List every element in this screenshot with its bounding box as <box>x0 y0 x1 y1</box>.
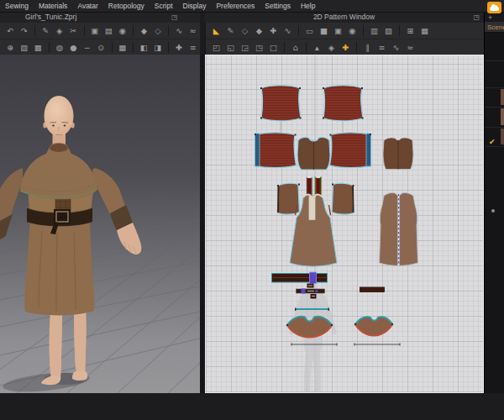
scene-object-list: ✔ <box>485 33 504 393</box>
fitting-suit-icon[interactable]: ◆ <box>138 24 150 37</box>
pattern-grid-icon[interactable]: ⊞ <box>404 24 417 37</box>
clone-pattern-icon[interactable]: ◳ <box>253 41 265 54</box>
grading-icon[interactable]: ▨ <box>382 24 395 37</box>
visibility-check-icon[interactable]: ✔ <box>489 138 496 146</box>
bounding-volume-icon[interactable]: − <box>81 41 94 54</box>
scene-item-thumb[interactable] <box>501 108 504 125</box>
scene-item-thumb[interactable] <box>501 89 504 105</box>
pattern-sleeve-top-right[interactable] <box>323 86 363 121</box>
edit-curve-point-icon[interactable]: ◆ <box>253 24 265 37</box>
steam-brush-icon[interactable]: ◉ <box>117 24 129 37</box>
row-divider <box>485 60 504 61</box>
tape-measure-icon[interactable]: ∿ <box>173 24 186 37</box>
unfold-icon[interactable]: ◰ <box>210 41 223 54</box>
tab-scene[interactable]: Scene <box>485 22 504 33</box>
viewport-3d[interactable] <box>0 55 200 393</box>
toolbar-3d: ↶↷✎◈✂▣▤◉◆◇∿≈ ⊕▧▩◍●−⊙▦◧◨✚≡ <box>0 23 200 55</box>
menu-item-retopology[interactable]: Retopology <box>103 0 150 12</box>
edit-sewing-icon[interactable]: ◈ <box>54 24 66 37</box>
sewing-tool-icon[interactable]: ✂ <box>67 24 80 37</box>
zipper-2d-icon[interactable]: ≈ <box>404 41 417 54</box>
avatar-load-icon[interactable]: ⊕ <box>4 41 17 54</box>
copy-pattern-icon[interactable]: □ <box>267 41 280 54</box>
arrangement-point-icon[interactable]: ● <box>67 41 80 54</box>
polygon-pattern-icon[interactable]: ▣ <box>332 24 344 37</box>
button-tool-icon[interactable]: ✚ <box>173 41 186 54</box>
row-divider <box>485 146 504 147</box>
transform-pattern-icon[interactable]: ◣ <box>210 24 223 37</box>
pattern-belt-short[interactable] <box>297 289 325 294</box>
pattern-bodice-front[interactable] <box>297 137 330 170</box>
quilt-icon[interactable]: ▦ <box>117 41 129 54</box>
pattern-belt-long[interactable] <box>272 272 328 284</box>
scene-item-thumb[interactable] <box>501 129 504 144</box>
scrollbar-dot[interactable] <box>491 209 495 213</box>
fitting-pants-icon[interactable]: ◇ <box>152 24 165 37</box>
pen-3d-icon[interactable]: ✎ <box>39 24 52 37</box>
arrangement-sphere-icon[interactable]: ◍ <box>54 41 66 54</box>
pattern-window-title[interactable]: 2D Pattern Window <box>205 13 483 21</box>
pattern-capelet-back[interactable] <box>354 317 394 335</box>
pattern-cuff-right[interactable] <box>330 133 371 168</box>
detach-window-icon[interactable]: ◳ <box>171 13 178 22</box>
shirt-2d-icon[interactable]: ▴ <box>311 41 323 54</box>
texture-edit-icon[interactable]: ◈ <box>325 41 338 54</box>
row-divider <box>485 87 504 88</box>
pattern-sleeve-top-left[interactable] <box>261 86 301 121</box>
rectangle-pattern-icon[interactable]: ▭ <box>303 24 316 37</box>
trace-icon[interactable]: ▥ <box>368 24 381 37</box>
menu-item-materials[interactable]: Materials <box>34 0 72 12</box>
undo-icon[interactable]: ↶ <box>4 24 17 37</box>
fold-icon[interactable]: ◱ <box>224 41 237 54</box>
bottom-bar <box>0 393 504 420</box>
curve-pen-icon[interactable]: ∿ <box>281 24 294 37</box>
pattern-dress-front[interactable] <box>290 195 337 267</box>
menu-item-script[interactable]: Script <box>150 0 178 12</box>
seam-taping-icon[interactable]: ≡ <box>375 41 388 54</box>
avatar-edit-icon[interactable]: ▧ <box>18 41 31 54</box>
menu-item-settings[interactable]: Settings <box>260 0 296 12</box>
topstitch-icon[interactable]: ∥ <box>361 41 374 54</box>
avatar-skirt <box>24 221 94 315</box>
edit-curvature-icon[interactable]: ◇ <box>239 24 251 37</box>
cloud-sync-icon[interactable] <box>487 2 501 13</box>
menu-item-avatar[interactable]: Avatar <box>72 0 102 12</box>
viewport-2d-pattern[interactable] <box>205 55 484 393</box>
viewport-divider[interactable] <box>200 55 205 393</box>
elastic-icon[interactable]: ∿ <box>390 41 402 54</box>
pattern-bodice-back[interactable] <box>383 138 413 170</box>
add-point-icon[interactable]: ✚ <box>267 24 280 37</box>
toolbar-separator <box>168 25 169 36</box>
add-tab-icon[interactable]: + <box>488 13 492 22</box>
project-tab[interactable]: Girl's_Tunic.Zprj <box>25 13 76 21</box>
sculpt-icon[interactable]: ◨ <box>152 41 165 54</box>
zipper-3d-icon[interactable]: ≡ <box>187 41 200 54</box>
avatar-pose-icon[interactable]: ▩ <box>32 41 45 54</box>
pattern-cuff-left[interactable] <box>255 133 297 168</box>
menu-item-help[interactable]: Help <box>296 0 320 12</box>
pattern-grid-edit-icon[interactable]: ▦ <box>418 24 431 37</box>
pattern-belt-right[interactable] <box>360 287 385 292</box>
circle-pattern-icon[interactable]: ■ <box>318 24 330 37</box>
move-pattern-icon[interactable]: ✚ <box>339 41 352 54</box>
garment-display-icon[interactable]: ▣ <box>89 24 102 37</box>
pattern-belt-tab-2[interactable] <box>311 294 317 299</box>
redo-icon[interactable]: ↷ <box>18 24 31 37</box>
pattern-hem-line-right[interactable] <box>354 344 400 346</box>
circumference-measure-icon[interactable]: ≈ <box>187 24 200 37</box>
toolbar-separator <box>306 42 307 53</box>
fabric-fold-icon[interactable]: ▤ <box>102 24 115 37</box>
menu-item-preferences[interactable]: Preferences <box>211 0 260 12</box>
menu-item-sewing[interactable]: Sewing <box>0 0 34 12</box>
iron-icon[interactable]: ⌂ <box>289 41 302 54</box>
detach-window-icon[interactable]: ◳ <box>473 13 480 22</box>
menu-item-display[interactable]: Display <box>178 0 212 12</box>
pin-icon[interactable]: ⊙ <box>95 41 108 54</box>
pattern-belt-tab-1[interactable] <box>307 284 314 288</box>
symmetric-pattern-icon[interactable]: ◲ <box>239 41 251 54</box>
plane-cut-icon[interactable]: ◧ <box>138 41 150 54</box>
edit-pattern-icon[interactable]: ✎ <box>224 24 237 37</box>
pattern-dress-back[interactable] <box>380 192 418 265</box>
pattern-sleeve-side-right[interactable] <box>332 183 354 214</box>
dart-tool-icon[interactable]: ◉ <box>346 24 359 37</box>
